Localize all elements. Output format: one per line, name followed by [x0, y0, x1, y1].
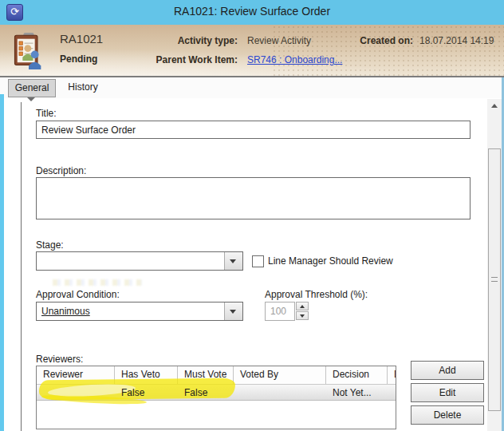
spinner-down-icon: [300, 314, 305, 318]
edit-button[interactable]: Edit: [411, 383, 484, 402]
scrollbar-up-button[interactable]: [487, 99, 502, 112]
title-label: Title:: [36, 108, 57, 119]
spinner-down-button[interactable]: [296, 311, 309, 320]
reviewer-row[interactable]: False False Not Yet...: [37, 384, 396, 401]
review-activity-window: ⟳ RA1021: Review Surface Order RA1021 Pe…: [0, 0, 504, 431]
title-input[interactable]: [36, 121, 471, 139]
approval-threshold-input[interactable]: [265, 302, 295, 321]
add-button[interactable]: Add: [411, 361, 484, 380]
cell-must-vote: False: [178, 385, 234, 400]
line-manager-checkbox-label: Line Manager Should Review: [268, 255, 393, 267]
tab-history[interactable]: History: [59, 79, 107, 96]
form-panel-border: [21, 102, 22, 431]
column-header-decision[interactable]: Decision: [326, 366, 388, 384]
approval-condition-combobox[interactable]: Unanimous: [36, 302, 243, 321]
reviewers-table: Reviewer Has Veto Must Vote Voted By Dec…: [36, 366, 396, 429]
header-mesh-texture: [272, 25, 504, 76]
description-input[interactable]: [36, 177, 471, 219]
parent-work-item-link[interactable]: SR746 : Onboarding...: [247, 54, 342, 65]
line-manager-checkbox[interactable]: [252, 255, 264, 267]
stage-combobox[interactable]: [36, 251, 243, 271]
work-item-id: RA1021: [60, 32, 103, 45]
review-activity-icon: [13, 33, 45, 69]
approval-condition-dropdown-button[interactable]: [224, 302, 242, 320]
scrollbar-thumb-grip-icon: [491, 277, 498, 282]
status-text: Pending: [60, 53, 97, 65]
titlebar: ⟳ RA1021: Review Surface Order: [0, 0, 504, 25]
spinner-up-button[interactable]: [296, 302, 309, 310]
created-on-label: Created on:: [327, 35, 413, 46]
delete-button[interactable]: Delete: [411, 405, 484, 425]
chevron-down-icon: [230, 310, 236, 314]
approval-threshold-label: Approval Threshold (%):: [265, 289, 368, 300]
scrollbar-thumb[interactable]: [488, 148, 501, 411]
faded-text-artifact: [53, 279, 142, 286]
window-left-border: [0, 94, 4, 431]
column-header-decision-date[interactable]: De: [388, 366, 396, 384]
cell-has-veto: False: [115, 385, 178, 400]
column-header-voted-by[interactable]: Voted By: [234, 366, 326, 384]
window-title: RA1021: Review Surface Order: [0, 5, 504, 18]
parent-work-item-label: Parent Work Item:: [120, 54, 238, 65]
scrollbar-up-icon: [491, 104, 498, 108]
stage-dropdown-button[interactable]: [224, 252, 242, 270]
approval-condition-value: Unanimous: [41, 306, 90, 317]
description-label: Description:: [36, 165, 86, 176]
cell-reviewer: [37, 385, 115, 400]
tab-general[interactable]: General: [8, 79, 56, 97]
cell-decision: Not Yet...: [326, 385, 388, 400]
activity-type-value: Review Activity: [247, 35, 311, 46]
vertical-scrollbar[interactable]: [487, 99, 502, 431]
selected-tab-pointer-icon: [27, 97, 35, 101]
approval-condition-label: Approval Condition:: [36, 289, 120, 300]
stage-label: Stage:: [36, 239, 64, 251]
cell-decision-date: [388, 385, 396, 400]
activity-type-label: Activity type:: [120, 35, 238, 46]
spinner-up-icon: [300, 305, 305, 308]
created-on-value: 18.07.2014 14:19: [419, 35, 494, 46]
cell-voted-by: [234, 385, 326, 400]
header-band: RA1021 Pending Activity type: Review Act…: [0, 25, 504, 77]
chevron-down-icon: [230, 259, 236, 263]
reviewers-label: Reviewers:: [36, 354, 83, 365]
tab-bar: General History: [0, 77, 504, 98]
approval-threshold-spinner: [296, 302, 309, 321]
